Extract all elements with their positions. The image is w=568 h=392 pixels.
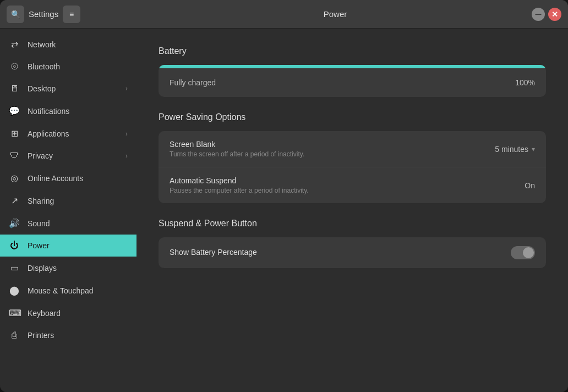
sidebar-item-label: Bluetooth bbox=[28, 62, 128, 71]
battery-percent: 100% bbox=[515, 78, 535, 87]
menu-icon: ≡ bbox=[69, 10, 74, 19]
sidebar-item-displays[interactable]: ▭ Displays bbox=[0, 257, 136, 279]
sidebar-item-label: Mouse & Touchpad bbox=[28, 286, 128, 295]
search-button[interactable]: 🔍 bbox=[7, 6, 24, 23]
sidebar-item-label: Sound bbox=[28, 219, 128, 228]
auto-suspend-value: On bbox=[525, 181, 535, 190]
sidebar-item-online-accounts[interactable]: ◎ Online Accounts bbox=[0, 167, 136, 189]
show-battery-left: Show Battery Percentage bbox=[170, 248, 257, 258]
sidebar-item-privacy[interactable]: 🛡 Privacy › bbox=[0, 145, 136, 167]
window-controls: — ✕ bbox=[532, 8, 561, 21]
sidebar-item-desktop[interactable]: 🖥 Desktop › bbox=[0, 78, 136, 100]
applications-icon: ⊞ bbox=[9, 128, 20, 139]
sidebar-item-label: Applications bbox=[28, 129, 118, 138]
battery-section-title: Battery bbox=[159, 46, 546, 56]
privacy-icon: 🛡 bbox=[9, 151, 20, 161]
screen-blank-value: 5 minutes bbox=[495, 145, 528, 154]
mouse-icon: ⬤ bbox=[9, 285, 20, 296]
screen-blank-title: Screen Blank bbox=[170, 140, 304, 149]
settings-label: Settings bbox=[29, 9, 58, 19]
auto-suspend-row: Automatic Suspend Pauses the computer af… bbox=[159, 167, 546, 203]
battery-status: Fully charged bbox=[170, 78, 216, 87]
displays-icon: ▭ bbox=[9, 263, 20, 273]
sidebar-item-applications[interactable]: ⊞ Applications › bbox=[0, 122, 136, 145]
battery-card: Fully charged 100% bbox=[159, 65, 546, 97]
sidebar-item-keyboard[interactable]: ⌨ Keyboard bbox=[0, 302, 136, 324]
sidebar-item-label: Privacy bbox=[28, 151, 118, 160]
auto-suspend-status: On bbox=[525, 181, 535, 190]
sidebar-item-bluetooth[interactable]: ⦾ Bluetooth bbox=[0, 56, 136, 78]
bluetooth-icon: ⦾ bbox=[9, 62, 20, 72]
auto-suspend-title: Automatic Suspend bbox=[170, 176, 309, 185]
settings-window: 🔍 Settings ≡ Power — ✕ ⇄ Network ⦾ bbox=[0, 0, 568, 392]
screen-blank-dropdown[interactable]: 5 minutes ▾ bbox=[495, 145, 535, 154]
suspend-button-title: Suspend & Power Button bbox=[159, 219, 546, 228]
content-area: Battery Fully charged 100% Power Saving … bbox=[136, 29, 568, 392]
sidebar-item-label: Desktop bbox=[28, 84, 118, 93]
sidebar-item-label: Online Accounts bbox=[28, 174, 128, 183]
titlebar-left: 🔍 Settings ≡ bbox=[7, 6, 139, 23]
sidebar-item-label: Keyboard bbox=[28, 309, 128, 318]
online-accounts-icon: ◎ bbox=[9, 173, 20, 183]
chevron-right-icon: › bbox=[125, 85, 128, 92]
sound-icon: 🔊 bbox=[9, 218, 20, 228]
battery-fill bbox=[159, 65, 546, 68]
sidebar-item-sound[interactable]: 🔊 Sound bbox=[0, 212, 136, 235]
desktop-icon: 🖥 bbox=[9, 84, 20, 94]
sidebar-item-network[interactable]: ⇄ Network bbox=[0, 33, 136, 56]
sidebar-item-label: Displays bbox=[28, 264, 128, 273]
menu-button[interactable]: ≡ bbox=[63, 6, 80, 23]
sidebar-item-power[interactable]: ⏻ Power bbox=[0, 235, 136, 257]
power-icon: ⏻ bbox=[9, 241, 20, 251]
show-battery-title: Show Battery Percentage bbox=[170, 248, 257, 257]
sidebar: ⇄ Network ⦾ Bluetooth 🖥 Desktop › 💬 Noti… bbox=[0, 29, 136, 392]
sidebar-item-label: Printers bbox=[28, 331, 128, 340]
show-battery-row: Show Battery Percentage bbox=[159, 237, 546, 268]
printers-icon: ⎙ bbox=[9, 330, 20, 340]
notifications-icon: 💬 bbox=[9, 106, 20, 116]
minimize-icon: — bbox=[536, 11, 542, 18]
main-content: ⇄ Network ⦾ Bluetooth 🖥 Desktop › 💬 Noti… bbox=[0, 29, 568, 392]
auto-suspend-left: Automatic Suspend Pauses the computer af… bbox=[170, 176, 309, 194]
power-saving-title: Power Saving Options bbox=[159, 112, 546, 122]
show-battery-toggle[interactable] bbox=[511, 246, 535, 259]
sidebar-item-printers[interactable]: ⎙ Printers bbox=[0, 324, 136, 346]
sidebar-item-sharing[interactable]: ↗ Sharing bbox=[0, 189, 136, 212]
sidebar-item-label: Notifications bbox=[28, 107, 128, 116]
chevron-right-icon: › bbox=[125, 152, 128, 160]
close-button[interactable]: ✕ bbox=[548, 8, 561, 21]
keyboard-icon: ⌨ bbox=[9, 308, 20, 318]
search-icon: 🔍 bbox=[11, 10, 20, 19]
sharing-icon: ↗ bbox=[9, 195, 20, 206]
titlebar: 🔍 Settings ≡ Power — ✕ bbox=[0, 0, 568, 29]
suspend-button-card: Show Battery Percentage bbox=[159, 237, 546, 268]
battery-progress-bar bbox=[159, 65, 546, 68]
sidebar-item-mouse-touchpad[interactable]: ⬤ Mouse & Touchpad bbox=[0, 279, 136, 302]
window-title: Power bbox=[139, 9, 532, 19]
screen-blank-desc: Turns the screen off after a period of i… bbox=[170, 150, 304, 158]
close-icon: ✕ bbox=[551, 10, 558, 19]
network-icon: ⇄ bbox=[9, 39, 20, 50]
sidebar-item-label: Network bbox=[28, 40, 128, 49]
screen-blank-left: Screen Blank Turns the screen off after … bbox=[170, 140, 304, 158]
minimize-button[interactable]: — bbox=[532, 8, 545, 21]
screen-blank-row: Screen Blank Turns the screen off after … bbox=[159, 131, 546, 167]
chevron-down-icon: ▾ bbox=[532, 145, 535, 153]
chevron-right-icon: › bbox=[125, 130, 128, 138]
toggle-knob bbox=[523, 247, 534, 258]
sidebar-item-notifications[interactable]: 💬 Notifications bbox=[0, 100, 136, 122]
sidebar-item-label: Power bbox=[28, 241, 128, 250]
battery-info: Fully charged 100% bbox=[159, 68, 546, 97]
sidebar-item-label: Sharing bbox=[28, 197, 128, 205]
power-saving-card: Screen Blank Turns the screen off after … bbox=[159, 131, 546, 203]
auto-suspend-desc: Pauses the computer after a period of in… bbox=[170, 187, 309, 194]
